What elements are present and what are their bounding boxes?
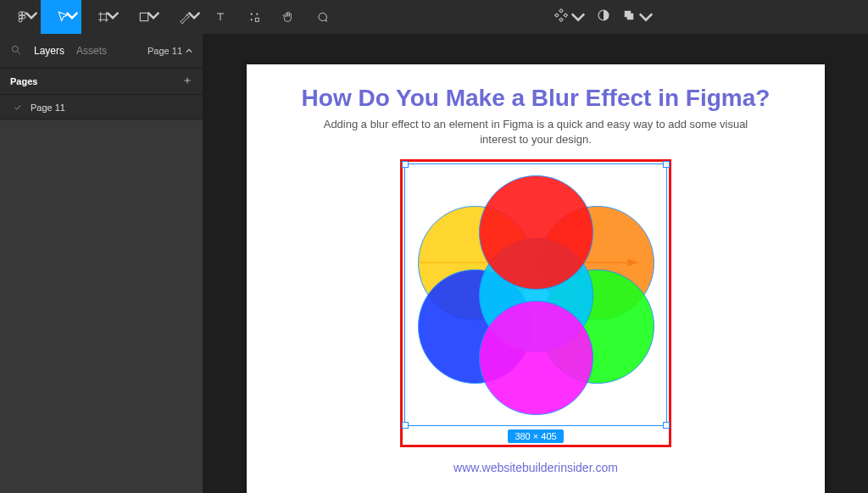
- hand-tool-button[interactable]: [271, 0, 305, 34]
- pages-section-header: Pages: [0, 68, 203, 95]
- comment-tool-button[interactable]: [305, 0, 339, 34]
- svg-point-4: [256, 14, 258, 15]
- svg-rect-9: [555, 14, 559, 17]
- svg-rect-7: [559, 9, 563, 13]
- text-icon: [214, 10, 227, 24]
- chevron-up-icon: [186, 47, 192, 54]
- svg-rect-8: [559, 18, 563, 21]
- ellipse-magenta[interactable]: [479, 301, 593, 415]
- svg-point-12: [12, 46, 18, 52]
- slide-frame[interactable]: How Do You Make a Blur Effect in Figma? …: [247, 64, 825, 493]
- page-row[interactable]: Page 11: [0, 95, 203, 120]
- toolbar-left-cluster: [0, 0, 339, 34]
- footer-url: www.websitebuilderinsider.com: [453, 461, 618, 474]
- chevron-down-icon: [25, 8, 38, 22]
- selection-handle[interactable]: [402, 161, 409, 168]
- selection-handle[interactable]: [663, 161, 670, 168]
- layer-tree: Page 11 Slide 4:3 - 1 Ellipse 2 Ellipse …: [0, 95, 203, 493]
- chevron-down-icon: [106, 8, 120, 22]
- mask-button[interactable]: [590, 3, 617, 30]
- page-name: Page 11: [31, 102, 65, 113]
- text-tool-button[interactable]: [203, 0, 237, 34]
- check-icon: [12, 102, 24, 114]
- search-icon[interactable]: [10, 44, 22, 58]
- layers-panel: Layers Assets Page 11 Pages Page 11: [0, 34, 203, 493]
- svg-point-3: [251, 14, 253, 15]
- boolean-union-icon: [621, 8, 637, 26]
- figma-menu-button[interactable]: [0, 0, 41, 34]
- svg-point-5: [251, 19, 253, 20]
- frame-row[interactable]: Slide 4:3 - 1: [0, 120, 203, 493]
- artwork-annotation-box: 380 × 405: [400, 159, 671, 447]
- pen-tool-button[interactable]: [163, 0, 203, 34]
- resources-icon: [248, 10, 261, 24]
- page-dropdown-label: Page 11: [147, 46, 182, 56]
- dimension-badge-wrap: 380 × 405: [404, 426, 667, 443]
- hand-icon: [281, 10, 295, 24]
- headline-text: How Do You Make a Blur Effect in Figma?: [302, 85, 771, 112]
- selection-handle[interactable]: [663, 422, 670, 429]
- add-page-button[interactable]: [182, 75, 192, 87]
- circles-group: [413, 172, 659, 418]
- shape-tool-button[interactable]: [122, 0, 163, 34]
- page-dropdown[interactable]: Page 11: [147, 46, 192, 56]
- canvas[interactable]: How Do You Make a Blur Effect in Figma? …: [203, 34, 868, 493]
- svg-rect-6: [255, 18, 259, 21]
- tab-assets[interactable]: Assets: [76, 45, 107, 57]
- top-toolbar: [0, 0, 868, 34]
- pages-label: Pages: [10, 76, 37, 86]
- boolean-button[interactable]: [624, 3, 651, 30]
- components-icon: [554, 8, 569, 26]
- ellipse-red[interactable]: [479, 175, 593, 290]
- chevron-down-icon: [638, 9, 654, 25]
- app-body: Layers Assets Page 11 Pages Page 11: [0, 34, 868, 493]
- chevron-down-icon: [147, 8, 160, 22]
- subline-text: Adding a blur effect to an element in Fi…: [315, 117, 756, 147]
- chevron-down-icon: [187, 8, 201, 22]
- move-tool-button[interactable]: [41, 0, 81, 34]
- components-button[interactable]: [556, 3, 583, 30]
- tab-layers[interactable]: Layers: [34, 45, 64, 57]
- dimension-badge: 380 × 405: [508, 429, 563, 443]
- mask-icon: [596, 8, 611, 26]
- frame-tool-button[interactable]: [81, 0, 122, 34]
- chevron-down-icon: [65, 8, 79, 22]
- selection-handle[interactable]: [402, 422, 409, 429]
- figma-app: Layers Assets Page 11 Pages Page 11: [0, 0, 868, 493]
- panel-tabs: Layers Assets Page 11: [0, 34, 203, 68]
- toolbar-center-cluster: [339, 3, 868, 30]
- selection-box[interactable]: [404, 163, 667, 426]
- comment-icon: [315, 10, 329, 24]
- resources-tool-button[interactable]: [237, 0, 271, 34]
- chevron-down-icon: [570, 9, 586, 25]
- svg-rect-10: [564, 14, 567, 17]
